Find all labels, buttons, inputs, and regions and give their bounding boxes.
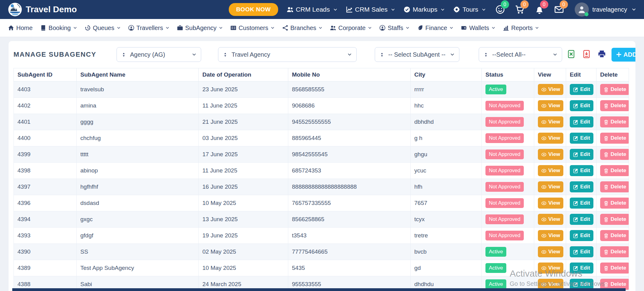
filter-select-3[interactable]: -- Select SubAgent --: [375, 47, 459, 62]
edit-button[interactable]: Edit: [570, 230, 593, 241]
excel-export-button[interactable]: [567, 50, 575, 59]
edit-button[interactable]: Edit: [570, 133, 593, 144]
view-button[interactable]: View: [538, 149, 563, 160]
notif-cart-button[interactable]: 0: [515, 5, 524, 14]
view-button[interactable]: View: [538, 230, 563, 241]
edit-button[interactable]: Edit: [570, 246, 593, 257]
home-icon: [8, 25, 14, 31]
pdf-export-button[interactable]: [582, 50, 591, 59]
notif-mail-button[interactable]: 0: [554, 5, 564, 14]
view-button[interactable]: View: [538, 84, 563, 95]
eye-icon: [541, 119, 546, 125]
table-row: 4397 hgfhfhf 16 June 2025 88888888888888…: [14, 179, 629, 195]
edit-button[interactable]: Edit: [570, 214, 593, 225]
view-button[interactable]: View: [538, 263, 563, 274]
view-button[interactable]: View: [538, 214, 563, 225]
delete-button[interactable]: Delete: [600, 246, 629, 257]
menubar-item-finance[interactable]: Finance: [417, 25, 453, 32]
table-row: 4403 travelsub 23 June 2025 8568585555 r…: [14, 81, 629, 98]
content-card: MANAGE SUBAGENCY Agency (AG)Travel Agenc…: [9, 41, 635, 291]
cell-date-of-operation: 16 June 2025: [199, 179, 288, 195]
topnav-item-crm-sales[interactable]: CRM Sales: [346, 6, 395, 13]
notif-bell-button[interactable]: 0: [535, 5, 544, 14]
edit-button[interactable]: Edit: [570, 198, 593, 209]
trash-icon: [604, 233, 609, 238]
delete-button[interactable]: Delete: [600, 263, 629, 274]
pencil-square-icon: [573, 103, 578, 108]
print-export-button[interactable]: [598, 50, 606, 59]
user-menu[interactable]: travelagency: [575, 2, 636, 17]
view-button[interactable]: View: [538, 165, 563, 176]
view-button[interactable]: View: [538, 116, 563, 127]
book-icon: [40, 25, 46, 31]
cell-subagent-id: 4394: [14, 211, 77, 228]
view-button[interactable]: View: [538, 198, 563, 209]
menubar-item-subagency[interactable]: SubAgency: [177, 25, 223, 32]
delete-button[interactable]: Delete: [600, 100, 629, 111]
eye-icon: [541, 249, 546, 255]
delete-button[interactable]: Delete: [600, 165, 629, 176]
edit-button[interactable]: Edit: [570, 165, 593, 176]
trash-icon: [604, 136, 609, 141]
cell-subagent-name: SS: [77, 244, 199, 260]
delete-button[interactable]: Delete: [600, 230, 629, 241]
select-value: --Select All--: [492, 51, 526, 58]
add-button[interactable]: ADD: [611, 48, 635, 62]
edit-button[interactable]: Edit: [570, 263, 593, 274]
menubar-item-corporate[interactable]: Corporate: [330, 25, 372, 32]
delete-button[interactable]: Delete: [600, 214, 629, 225]
chevron-down-icon: [450, 52, 454, 57]
topnav-item-crm-leads[interactable]: CRM Leads: [287, 6, 337, 13]
edit-button[interactable]: Edit: [570, 84, 593, 95]
delete-button[interactable]: Delete: [600, 198, 629, 209]
edit-button[interactable]: Edit: [570, 149, 593, 160]
topnav-item-markups[interactable]: Markups: [404, 6, 445, 13]
filter-select-4[interactable]: --Select All--: [479, 47, 562, 62]
view-button[interactable]: View: [538, 133, 563, 144]
delete-button[interactable]: Delete: [600, 116, 629, 127]
history-icon: [85, 25, 91, 31]
book-now-button[interactable]: BOOK NOW: [229, 3, 278, 16]
menubar-item-home[interactable]: Home: [8, 25, 33, 32]
status-badge: Not Approved: [485, 182, 524, 192]
filter-select-1[interactable]: Agency (AG): [117, 47, 201, 62]
edit-button[interactable]: Edit: [570, 100, 593, 111]
view-button[interactable]: View: [538, 100, 563, 111]
menubar-item-queues[interactable]: Queues: [85, 25, 121, 32]
delete-button[interactable]: Delete: [600, 133, 629, 144]
menubar-item-booking[interactable]: Booking: [40, 25, 77, 32]
chevron-down-icon: [450, 26, 453, 30]
cell-date-of-operation: 19 June 2025: [199, 228, 288, 244]
menubar-item-staffs[interactable]: Staffs: [379, 25, 409, 32]
edit-button[interactable]: Edit: [570, 116, 593, 127]
filter-select-2[interactable]: Travel Agency: [218, 47, 357, 62]
page-title: MANAGE SUBAGENCY: [13, 51, 115, 59]
delete-button[interactable]: Delete: [600, 181, 629, 192]
menubar-item-reports[interactable]: Reports: [503, 25, 539, 32]
delete-button[interactable]: Delete: [600, 84, 629, 95]
view-button[interactable]: View: [538, 246, 563, 257]
person-icon: [577, 5, 586, 14]
pencil-square-icon: [573, 233, 578, 238]
topnav-item-tours[interactable]: Tours: [453, 6, 485, 13]
view-button[interactable]: View: [538, 181, 563, 192]
chart-line-icon: [346, 6, 353, 13]
cell-date-of-operation: 03 June 2025: [199, 130, 288, 146]
status-badge: Not Approved: [485, 133, 524, 143]
menubar-item-branches[interactable]: Branches: [282, 25, 323, 32]
table-row: 4396 dsdasd 10 May 2025 765757335555 765…: [14, 195, 629, 211]
notif-smiley-button[interactable]: 0: [496, 5, 505, 14]
menubar-item-wallets[interactable]: Wallets: [461, 25, 495, 32]
delete-button[interactable]: Delete: [600, 149, 629, 160]
sort-icon: [121, 52, 126, 57]
cell-city: tretre: [411, 228, 482, 244]
table-header: SubAgent IDSubAgent NameDate of Operatio…: [14, 68, 629, 81]
menubar-item-customers[interactable]: Customers: [230, 25, 274, 32]
eye-icon: [541, 152, 546, 157]
edit-button[interactable]: Edit: [570, 181, 593, 192]
subagency-table: SubAgent IDSubAgent NameDate of Operatio…: [13, 68, 629, 291]
status-badge: Not Approved: [485, 117, 524, 127]
cell-mobile-no: 8568585555: [288, 81, 411, 98]
brand[interactable]: Travel Demo: [8, 2, 77, 17]
menubar-item-travellers[interactable]: Travellers: [128, 25, 169, 32]
